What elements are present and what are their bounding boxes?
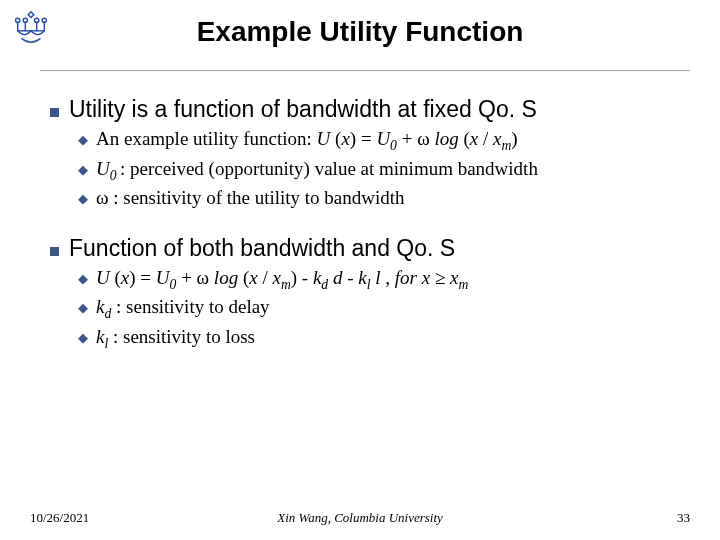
bullet-1-sub-1: ◆ An example utility function: U (x) = U… (78, 127, 690, 155)
square-bullet-icon (50, 247, 59, 256)
text-fragment: An example utility function: (96, 128, 317, 149)
text-fragment: : perceived (opportunity) value at minim… (120, 158, 538, 179)
footer: 10/26/2021 Xin Wang, Columbia University… (30, 510, 690, 526)
bullet-2-sub-3-text: kl : sensitivity to loss (96, 325, 690, 353)
bullet-1-sub-3: ◆ ω : sensitivity of the utility to band… (78, 186, 690, 211)
bullet-1-sub-2-text: U0 : perceived (opportunity) value at mi… (96, 157, 690, 185)
diamond-bullet-icon: ◆ (78, 191, 88, 208)
slide-title: Example Utility Function (0, 16, 720, 48)
spacer (50, 211, 690, 229)
bullet-1-sub-1-text: An example utility function: U (x) = U0 … (96, 127, 690, 155)
diamond-bullet-icon: ◆ (78, 300, 88, 317)
content-area: Utility is a function of bandwidth at fi… (50, 90, 690, 353)
footer-page-number: 33 (677, 510, 690, 526)
bullet-1-text: Utility is a function of bandwidth at fi… (69, 96, 537, 123)
title-underline (40, 70, 690, 71)
text-fragment: : sensitivity to loss (108, 326, 255, 347)
bullet-2-sub-3: ◆ kl : sensitivity to loss (78, 325, 690, 353)
bullet-2-sub-1: ◆ U (x) = U0 + ω log (x / xm) - kd d - k… (78, 266, 690, 294)
bullet-2: Function of both bandwidth and Qo. S (50, 235, 690, 262)
diamond-bullet-icon: ◆ (78, 271, 88, 288)
bullet-1-sub-3-text: ω : sensitivity of the utility to bandwi… (96, 186, 690, 211)
diamond-bullet-icon: ◆ (78, 132, 88, 149)
bullet-2-sub-2: ◆ kd : sensitivity to delay (78, 295, 690, 323)
square-bullet-icon (50, 108, 59, 117)
footer-author: Xin Wang, Columbia University (30, 510, 690, 526)
diamond-bullet-icon: ◆ (78, 162, 88, 179)
bullet-1-sub-2: ◆ U0 : perceived (opportunity) value at … (78, 157, 690, 185)
bullet-2-sub-2-text: kd : sensitivity to delay (96, 295, 690, 323)
text-fragment: : sensitivity to delay (111, 296, 269, 317)
bullet-2-sub-1-text: U (x) = U0 + ω log (x / xm) - kd d - kl … (96, 266, 690, 294)
diamond-bullet-icon: ◆ (78, 330, 88, 347)
footer-date: 10/26/2021 (30, 510, 89, 526)
slide: Example Utility Function Utility is a fu… (0, 0, 720, 540)
bullet-1: Utility is a function of bandwidth at fi… (50, 96, 690, 123)
bullet-2-text: Function of both bandwidth and Qo. S (69, 235, 455, 262)
